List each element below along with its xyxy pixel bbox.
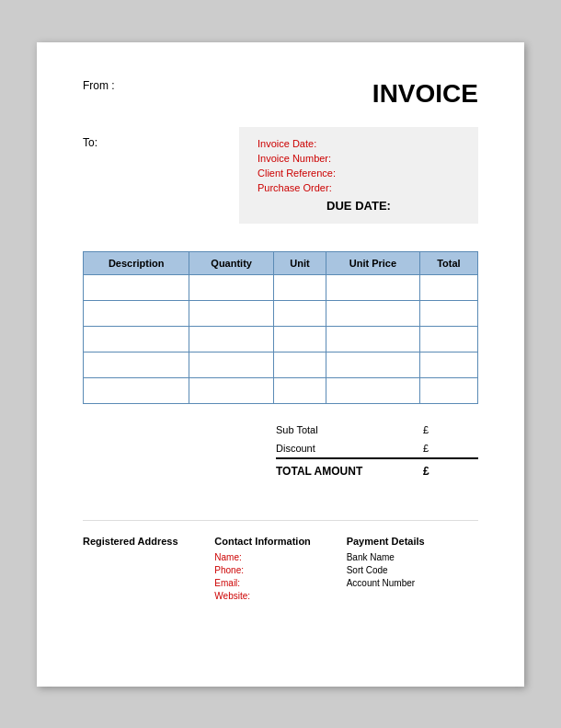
table-cell [419,377,477,403]
invoice-page: From : INVOICE To: Invoice Date: Invoice… [37,42,524,687]
invoice-number-row: Invoice Number: [258,153,460,164]
due-date-label: DUE DATE: [326,199,391,213]
bank-name: Bank Name [347,552,478,562]
table-cell [273,352,326,377]
footer: Registered Address Contact Information N… [83,520,478,604]
registered-address-title: Registered Address [83,536,214,547]
table-cell [84,274,189,300]
table-cell [273,274,326,300]
table-cell [326,300,420,326]
registered-address-section: Registered Address [83,536,214,604]
table-cell [273,377,326,403]
col-unit: Unit [273,251,326,274]
header: From : INVOICE [83,79,478,109]
table-row [84,326,478,352]
total-amount-value: £ [423,465,478,478]
contact-email-label: Email: [214,578,265,588]
payment-title: Payment Details [347,536,478,547]
table-header-row: Description Quantity Unit Unit Price Tot… [84,251,478,274]
table-cell [84,377,189,403]
col-total: Total [419,251,477,274]
payment-section: Payment Details Bank Name Sort Code Acco… [347,536,478,604]
table-cell [189,377,274,403]
table-cell [273,300,326,326]
sort-code: Sort Code [347,565,478,575]
table-cell [419,326,477,352]
table-cell [84,326,189,352]
invoice-date-row: Invoice Date: [258,138,460,149]
contact-website-row: Website: [214,591,346,601]
table-cell [84,300,189,326]
info-box: Invoice Date: Invoice Number: Client Ref… [239,127,478,224]
total-amount-label: TOTAL AMOUNT [276,465,362,478]
contact-title: Contact Information [214,536,346,547]
invoice-date-label: Invoice Date: [258,138,316,149]
invoice-number-value [386,153,460,164]
account-number: Account Number [347,578,478,588]
sub-total-row: Sub Total £ [276,422,478,437]
totals-section: Sub Total £ Discount £ TOTAL AMOUNT £ [83,422,478,483]
table-cell [273,326,326,352]
purchase-order-value [386,182,460,193]
purchase-order-row: Purchase Order: [258,182,460,193]
invoice-date-value [386,138,460,149]
totals-table: Sub Total £ Discount £ TOTAL AMOUNT £ [276,422,478,483]
table-cell [326,326,420,352]
info-section: To: Invoice Date: Invoice Number: Client… [83,127,478,224]
from-label: From : [83,79,115,92]
invoice-title: INVOICE [372,79,478,109]
discount-value: £ [423,443,478,454]
items-table: Description Quantity Unit Unit Price Tot… [83,251,478,404]
to-label: To: [83,127,97,224]
table-cell [326,274,420,300]
table-cell [189,326,274,352]
client-reference-row: Client Reference: [258,168,460,179]
discount-label: Discount [276,443,315,454]
contact-name-row: Name: [214,552,346,562]
client-reference-label: Client Reference: [258,168,336,179]
discount-row: Discount £ [276,441,478,459]
total-amount-row: TOTAL AMOUNT £ [276,463,478,480]
contact-email-row: Email: [214,578,346,588]
contact-phone-row: Phone: [214,565,346,575]
sub-total-value: £ [423,424,478,435]
contact-name-label: Name: [214,552,265,562]
table-cell [189,352,274,377]
table-row [84,300,478,326]
table-cell [419,352,477,377]
client-reference-value [386,168,460,179]
table-cell [326,377,420,403]
table-cell [84,352,189,377]
table-row [84,377,478,403]
col-unit-price: Unit Price [326,251,420,274]
table-row [84,352,478,377]
contact-section: Contact Information Name: Phone: Email: … [214,536,346,604]
table-row [84,274,478,300]
table-cell [189,300,274,326]
contact-website-label: Website: [214,591,265,601]
table-cell [326,352,420,377]
col-description: Description [84,251,189,274]
table-cell [419,274,477,300]
invoice-number-label: Invoice Number: [258,153,331,164]
due-date-row: DUE DATE: [258,199,460,213]
table-cell [189,274,274,300]
contact-phone-label: Phone: [214,565,265,575]
purchase-order-label: Purchase Order: [258,182,332,193]
sub-total-label: Sub Total [276,424,318,435]
table-cell [419,300,477,326]
col-quantity: Quantity [189,251,274,274]
